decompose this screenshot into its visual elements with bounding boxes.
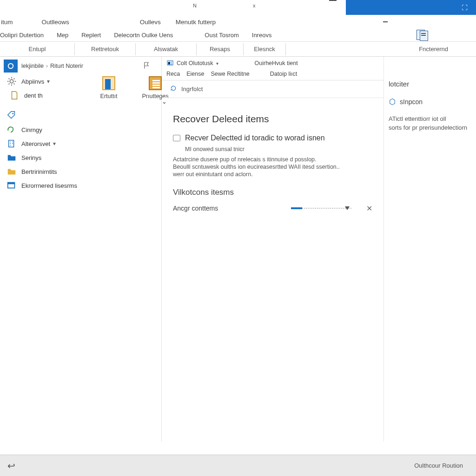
breadcrumb-a[interactable]: lekjinbile bbox=[21, 63, 44, 69]
minimize-button[interactable] bbox=[329, 0, 337, 1]
page-title: Recover Deleed items bbox=[173, 113, 372, 125]
sidebar-item-label: Ekrorrnered lisesrms bbox=[21, 182, 77, 189]
sidebar-item-ekrorrnered[interactable]: Ekrorrnered lisesrms bbox=[2, 178, 159, 192]
ribbon-group-3: Resaps bbox=[197, 46, 243, 53]
svg-rect-5 bbox=[8, 183, 15, 185]
back-arrow-icon[interactable]: ↩ bbox=[7, 460, 15, 471]
big-icon-label-a: Ertuttıt bbox=[100, 93, 118, 99]
option-row[interactable]: Recver Delectted id toradic to worad isn… bbox=[173, 134, 372, 142]
sidebar-item-tag[interactable] bbox=[2, 109, 159, 123]
field-label: Ancgr conttems bbox=[173, 205, 218, 212]
close-icon[interactable]: ✕ bbox=[366, 204, 372, 213]
toolbar-label: OuirheHvuk tient bbox=[255, 60, 298, 66]
ribbon-tab-2[interactable]: Replert bbox=[75, 32, 107, 39]
outlook-logo-icon[interactable] bbox=[4, 60, 18, 73]
menu-item-0[interactable]: itum bbox=[0, 19, 20, 26]
option-desc-1: Actatrcine dusere pup of nrelecais s iti… bbox=[173, 156, 372, 163]
checkbox-icon[interactable] bbox=[173, 135, 180, 141]
list-doc-icon bbox=[149, 76, 162, 90]
ribbon-tab-5[interactable]: Inreovs bbox=[245, 32, 278, 39]
sub-minimize-button[interactable] bbox=[383, 21, 388, 22]
account-panel: ⛶ bbox=[346, 0, 476, 15]
chevron-down-icon: ▾ bbox=[47, 78, 50, 85]
ribbon-tab-4[interactable]: Oust Tosrom bbox=[198, 32, 245, 39]
ribbon-tab-0[interactable]: Oolipri Dutertion bbox=[0, 32, 50, 39]
folder-doc-icon bbox=[102, 76, 115, 90]
tb2-datoip[interactable]: Datoip liıct bbox=[270, 71, 297, 77]
window-controls bbox=[329, 0, 346, 1]
right-title: lotciter bbox=[389, 80, 471, 88]
refresh-icon[interactable] bbox=[170, 85, 177, 93]
chevron-down-icon: ▾ bbox=[53, 140, 56, 147]
sub-window-controls bbox=[383, 15, 476, 29]
toolbar-ouirhe[interactable]: OuirheHvuk tient bbox=[255, 60, 298, 66]
svg-point-0 bbox=[8, 64, 13, 69]
toolbar-colt[interactable]: Colt Olutotusk ▾ bbox=[166, 60, 218, 67]
tb2-reca[interactable]: Reca bbox=[166, 71, 180, 77]
sidebar-item-label: Alterorsvet bbox=[21, 140, 50, 147]
menu-item-3[interactable]: Menutk futterp bbox=[168, 19, 223, 26]
ribbon-tab-3[interactable]: Delecortn Oulke Uens bbox=[107, 32, 179, 39]
ribbon-tab-1[interactable]: Mep bbox=[50, 32, 75, 39]
option-desc-3: werr out einintutant ond aclorn. bbox=[173, 171, 372, 178]
tag-icon bbox=[7, 111, 17, 120]
right-sub-label: sInpcon bbox=[400, 98, 423, 106]
maximize-icon[interactable]: ⛶ bbox=[462, 4, 468, 11]
sidebar-item-bertri[interactable]: Bertririnirntits bbox=[2, 165, 159, 178]
file-icon bbox=[9, 91, 20, 100]
content-area: Recover Deleed items Recver Delectted id… bbox=[162, 105, 383, 221]
ribbon-group-2: Alswatak bbox=[136, 46, 196, 53]
body-area: lekjinbile › Riturt Noterir Ertuttıt Prı… bbox=[0, 57, 476, 442]
sidebar-item-cinrngy[interactable]: Cinrngy bbox=[2, 123, 159, 137]
tb2-eiense[interactable]: Eiense bbox=[186, 71, 204, 77]
svg-point-2 bbox=[12, 113, 13, 114]
slider-knob-icon[interactable] bbox=[345, 206, 350, 210]
window-icon bbox=[7, 181, 17, 190]
sidebar-big-icons: Ertuttıt Prıutteges bbox=[97, 76, 167, 99]
sidebar: lekjinbile › Riturt Noterir Ertuttıt Prı… bbox=[0, 57, 162, 442]
option-sub: MI onowed sunsal tnicr bbox=[185, 146, 372, 152]
slider[interactable] bbox=[291, 204, 351, 213]
sidebar-item-label: Cinrngy bbox=[21, 126, 42, 133]
section-heading: Vilkotcons itesms bbox=[173, 188, 372, 197]
sidebar-item-alterorsvet[interactable]: Alterorsvet ▾ bbox=[2, 137, 159, 151]
ribbon-group-right: Fncterernd bbox=[419, 46, 448, 53]
status-bar: ↩ Oulthcour Roution bbox=[0, 455, 476, 476]
big-icon-ertuttit[interactable]: Ertuttıt bbox=[97, 76, 121, 99]
flag-icon[interactable] bbox=[143, 61, 151, 71]
menu-item-1[interactable]: Outlleows bbox=[34, 19, 77, 26]
breadcrumb-b[interactable]: Riturt Noterir bbox=[50, 63, 83, 69]
chevron-down-icon: ▾ bbox=[216, 61, 218, 66]
option-title: Recver Delectted id toradic to worad isn… bbox=[185, 134, 325, 142]
sidebar-item-serinys[interactable]: Serinys bbox=[2, 151, 159, 165]
ribbon-group-0: Entupl bbox=[0, 46, 74, 53]
sidebar-item-label: Serinys bbox=[21, 154, 41, 161]
title-mark-n: N bbox=[193, 3, 197, 8]
right-body-2: sorts for pr prerisundelectiorn bbox=[389, 124, 471, 132]
right-body-1: ATictl ettenttiorr iot oll bbox=[389, 115, 471, 124]
chevron-right-icon: › bbox=[46, 63, 48, 69]
title-bar: N x ⛶ bbox=[0, 0, 476, 15]
tb2-sewe[interactable]: Sewe Recltitne bbox=[211, 71, 249, 77]
hex-icon bbox=[389, 98, 396, 106]
collapse-chevron-icon[interactable]: ⌄ bbox=[162, 98, 167, 105]
right-sub[interactable]: sInpcon bbox=[389, 98, 471, 106]
ribbon-groups: Entupl Rettretouk Alswatak Resaps Elesnc… bbox=[0, 42, 476, 57]
title-mark-x: x bbox=[253, 3, 256, 8]
center-toolbar: Colt Olutotusk ▾ OuirheHvuk tient bbox=[162, 57, 383, 70]
ribbon-tabs: Oolipri Dutertion Mep Replert Delecortn … bbox=[0, 29, 476, 42]
ribbon-doc-icon[interactable] bbox=[416, 30, 430, 41]
center-pane: Colt Olutotusk ▾ OuirheHvuk tient Reca E… bbox=[162, 57, 384, 442]
status-text: Oulthcour Roution bbox=[414, 462, 463, 469]
sidebar-item-label: Bertririnirntits bbox=[21, 168, 57, 175]
info-bar: Ingrfolct bbox=[162, 80, 383, 98]
sidebar-item-label: dent th bbox=[24, 92, 43, 99]
sidebar-item-label: Abpiinvs bbox=[21, 78, 44, 85]
gear-icon bbox=[7, 77, 17, 86]
building-icon bbox=[7, 139, 17, 148]
field-row: Ancgr conttems ✕ bbox=[173, 204, 372, 213]
ribbon-group-4: Elesnck bbox=[244, 46, 285, 53]
menu-item-2[interactable]: Oullevs bbox=[132, 19, 168, 26]
svg-point-1 bbox=[10, 79, 13, 83]
info-text: Ingrfolct bbox=[181, 86, 203, 93]
